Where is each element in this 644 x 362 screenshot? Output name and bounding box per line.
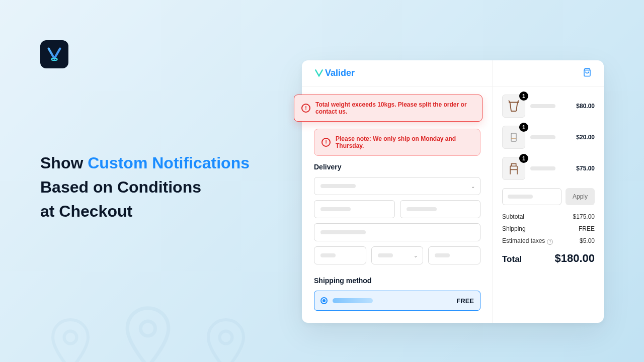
- svg-point-0: [64, 331, 77, 344]
- item-name-placeholder: [530, 166, 571, 170]
- headline-text-2: Based on Conditions: [40, 178, 201, 196]
- total-row: Total $180.00: [502, 252, 595, 265]
- cart-item: 1 $80.00: [502, 95, 595, 118]
- quantity-badge: 1: [519, 123, 528, 132]
- last-name-field[interactable]: [400, 200, 481, 218]
- error-alert: ! Total weight exceeds 10kgs. Please spl…: [294, 95, 482, 122]
- shipping-option-name-placeholder: [333, 298, 373, 303]
- shipping-option[interactable]: FREE: [314, 291, 480, 311]
- item-name-placeholder: [530, 104, 571, 108]
- info-icon[interactable]: ?: [547, 239, 553, 245]
- address-field[interactable]: [314, 223, 480, 241]
- zip-field[interactable]: [428, 246, 480, 264]
- chevron-down-icon: ⌄: [414, 253, 418, 258]
- tax-label: Estimated taxes?: [502, 237, 553, 245]
- headline-text-1: Show: [40, 154, 88, 172]
- svg-rect-4: [511, 133, 516, 141]
- svg-point-2: [219, 331, 232, 344]
- shipping-row: Shipping FREE: [502, 225, 595, 232]
- shipping-method-label: Shipping method: [314, 277, 480, 285]
- total-value: $180.00: [554, 252, 595, 265]
- promo-code-input[interactable]: [502, 188, 561, 205]
- shipping-summary-label: Shipping: [502, 225, 526, 232]
- delivery-label: Delivery: [314, 163, 480, 171]
- item-price: $75.00: [576, 165, 595, 172]
- alert-message: Please note: We only ship on Monday and …: [336, 135, 473, 149]
- item-price: $80.00: [576, 103, 595, 110]
- quantity-badge: 1: [519, 154, 528, 163]
- tax-value: $5.00: [580, 237, 595, 245]
- city-field[interactable]: [314, 246, 366, 264]
- checkout-form: ! Total weight exceeds 10kgs. Please spl…: [302, 60, 493, 323]
- product-thumbnail: 1: [502, 157, 525, 180]
- headline-accent: Custom Notifications: [88, 154, 250, 172]
- shipping-option-price: FREE: [456, 297, 474, 305]
- order-summary: 1 $80.00 1 $20.00 1 $75.00 Apply: [493, 60, 604, 323]
- checkout-card: Valider ! Total weight exceeds 10kgs. Pl…: [302, 60, 604, 323]
- radio-selected-icon: [320, 297, 328, 304]
- tax-row: Estimated taxes? $5.00: [502, 237, 595, 245]
- headline: Show Custom Notifications Based on Condi…: [40, 151, 250, 223]
- warning-alert: ! Please note: We only ship on Monday an…: [314, 129, 480, 156]
- brand-name: Valider: [325, 68, 355, 78]
- cart-item: 1 $20.00: [502, 126, 595, 149]
- card-header: Valider: [302, 60, 604, 86]
- brand-logo: Valider: [314, 68, 355, 78]
- state-select[interactable]: ⌄: [371, 246, 424, 264]
- product-thumbnail: 1: [502, 126, 525, 149]
- app-icon: [40, 40, 68, 68]
- alert-message: Total weight exceeds 10kgs. Please split…: [315, 101, 475, 115]
- subtotal-row: Subtotal $175.00: [502, 213, 595, 220]
- product-thumbnail: 1: [502, 95, 525, 118]
- total-label: Total: [502, 254, 522, 264]
- country-select[interactable]: ⌄: [314, 177, 480, 195]
- first-name-field[interactable]: [314, 200, 395, 218]
- chevron-down-icon: ⌄: [471, 184, 475, 189]
- background-pins: [40, 290, 266, 362]
- alert-icon: !: [321, 138, 331, 147]
- quantity-badge: 1: [519, 92, 528, 101]
- shipping-summary-value: FREE: [579, 225, 595, 232]
- subtotal-value: $175.00: [573, 213, 595, 220]
- alert-icon: !: [301, 104, 310, 113]
- apply-button[interactable]: Apply: [566, 188, 595, 205]
- cart-icon[interactable]: [583, 68, 592, 79]
- item-name-placeholder: [530, 135, 571, 139]
- svg-point-1: [141, 321, 155, 336]
- cart-item: 1 $75.00: [502, 157, 595, 180]
- item-price: $20.00: [576, 134, 595, 141]
- subtotal-label: Subtotal: [502, 213, 524, 220]
- headline-text-3: at Checkout: [40, 202, 132, 220]
